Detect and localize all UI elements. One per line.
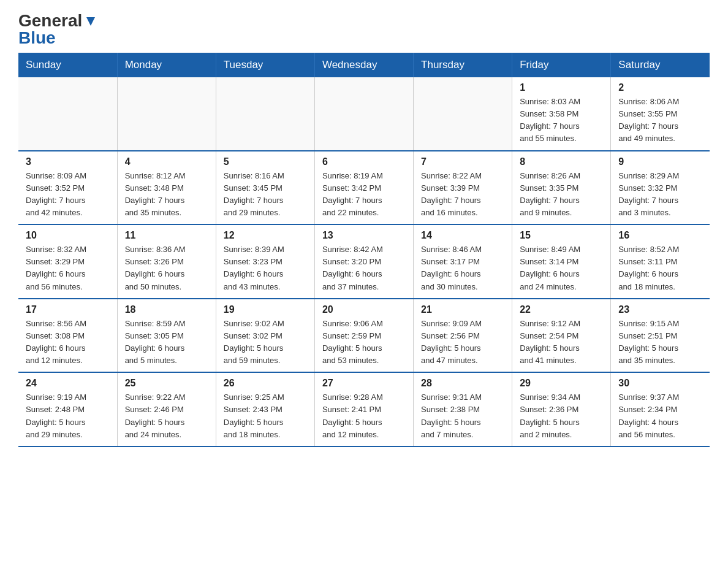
calendar-cell: 26Sunrise: 9:25 AMSunset: 2:43 PMDayligh… [216,372,314,446]
day-number: 19 [224,304,307,315]
logo: General Blue [18,12,97,47]
day-info: Sunrise: 8:06 AMSunset: 3:55 PMDaylight:… [618,96,702,145]
day-info: Sunrise: 9:31 AMSunset: 2:38 PMDaylight:… [421,391,504,441]
day-info: Sunrise: 8:12 AMSunset: 3:48 PMDaylight:… [125,170,208,220]
day-info: Sunrise: 9:28 AMSunset: 2:41 PMDaylight:… [322,391,406,441]
calendar-cell: 17Sunrise: 8:56 AMSunset: 3:08 PMDayligh… [18,299,117,373]
calendar-cell: 30Sunrise: 9:37 AMSunset: 2:34 PMDayligh… [611,372,710,446]
calendar-week-row-2: 10Sunrise: 8:32 AMSunset: 3:29 PMDayligh… [18,224,710,299]
calendar-cell: 23Sunrise: 9:15 AMSunset: 2:51 PMDayligh… [611,299,710,373]
calendar-cell: 20Sunrise: 9:06 AMSunset: 2:59 PMDayligh… [314,299,413,373]
day-number: 30 [618,378,702,389]
calendar-cell: 8Sunrise: 8:26 AMSunset: 3:35 PMDaylight… [512,151,611,225]
day-info: Sunrise: 8:59 AMSunset: 3:05 PMDaylight:… [125,318,208,367]
logo-arrow-icon [84,15,97,28]
day-number: 4 [125,156,208,167]
day-info: Sunrise: 9:12 AMSunset: 2:54 PMDaylight:… [520,318,603,367]
weekday-header-row: SundayMondayTuesdayWednesdayThursdayFrid… [18,53,710,77]
calendar-cell: 3Sunrise: 8:09 AMSunset: 3:52 PMDaylight… [18,151,117,225]
calendar-cell: 27Sunrise: 9:28 AMSunset: 2:41 PMDayligh… [314,372,413,446]
day-number: 28 [421,378,504,389]
day-number: 21 [421,304,504,315]
day-number: 5 [224,156,307,167]
calendar-cell: 18Sunrise: 8:59 AMSunset: 3:05 PMDayligh… [117,299,216,373]
weekday-header-tuesday: Tuesday [216,53,314,77]
day-info: Sunrise: 9:37 AMSunset: 2:34 PMDaylight:… [618,391,702,441]
day-number: 12 [224,230,307,241]
calendar-cell: 29Sunrise: 9:34 AMSunset: 2:36 PMDayligh… [512,372,611,446]
calendar-cell: 9Sunrise: 8:29 AMSunset: 3:32 PMDaylight… [611,151,710,225]
calendar-cell: 15Sunrise: 8:49 AMSunset: 3:14 PMDayligh… [512,224,611,299]
logo-general-text: General [18,12,82,29]
calendar-cell [414,77,512,151]
day-number: 18 [125,304,208,315]
day-number: 1 [520,82,603,93]
day-number: 11 [125,230,208,241]
day-number: 9 [618,156,702,167]
day-number: 6 [322,156,406,167]
calendar-cell: 16Sunrise: 8:52 AMSunset: 3:11 PMDayligh… [611,224,710,299]
day-number: 27 [322,378,406,389]
day-info: Sunrise: 8:22 AMSunset: 3:39 PMDaylight:… [421,170,504,220]
weekday-header-saturday: Saturday [611,53,710,77]
day-info: Sunrise: 8:03 AMSunset: 3:58 PMDaylight:… [520,96,603,145]
day-number: 14 [421,230,504,241]
day-number: 25 [125,378,208,389]
calendar-cell: 11Sunrise: 8:36 AMSunset: 3:26 PMDayligh… [117,224,216,299]
logo-blue-text: Blue [18,28,56,47]
calendar-cell: 13Sunrise: 8:42 AMSunset: 3:20 PMDayligh… [314,224,413,299]
day-info: Sunrise: 8:09 AMSunset: 3:52 PMDaylight:… [26,170,110,220]
day-info: Sunrise: 9:19 AMSunset: 2:48 PMDaylight:… [26,391,110,441]
calendar-cell [117,77,216,151]
day-info: Sunrise: 9:25 AMSunset: 2:43 PMDaylight:… [224,391,307,441]
day-info: Sunrise: 9:02 AMSunset: 3:02 PMDaylight:… [224,318,307,367]
day-info: Sunrise: 8:32 AMSunset: 3:29 PMDaylight:… [26,243,110,293]
day-info: Sunrise: 8:39 AMSunset: 3:23 PMDaylight:… [224,243,307,293]
day-info: Sunrise: 9:09 AMSunset: 2:56 PMDaylight:… [421,318,504,367]
calendar-cell: 6Sunrise: 8:19 AMSunset: 3:42 PMDaylight… [314,151,413,225]
calendar-body: 1Sunrise: 8:03 AMSunset: 3:58 PMDaylight… [18,77,710,446]
day-number: 16 [618,230,702,241]
calendar-cell: 19Sunrise: 9:02 AMSunset: 3:02 PMDayligh… [216,299,314,373]
day-info: Sunrise: 8:19 AMSunset: 3:42 PMDaylight:… [322,170,406,220]
calendar-cell: 1Sunrise: 8:03 AMSunset: 3:58 PMDaylight… [512,77,611,151]
calendar-cell: 12Sunrise: 8:39 AMSunset: 3:23 PMDayligh… [216,224,314,299]
day-number: 13 [322,230,406,241]
day-number: 10 [26,230,110,241]
calendar-header: SundayMondayTuesdayWednesdayThursdayFrid… [18,53,710,77]
day-number: 3 [26,156,110,167]
day-number: 29 [520,378,603,389]
day-number: 2 [618,82,702,93]
calendar-cell [216,77,314,151]
day-info: Sunrise: 8:56 AMSunset: 3:08 PMDaylight:… [26,318,110,367]
calendar-cell: 5Sunrise: 8:16 AMSunset: 3:45 PMDaylight… [216,151,314,225]
calendar-cell: 14Sunrise: 8:46 AMSunset: 3:17 PMDayligh… [414,224,512,299]
calendar-table: SundayMondayTuesdayWednesdayThursdayFrid… [18,53,710,447]
day-number: 20 [322,304,406,315]
calendar-cell: 24Sunrise: 9:19 AMSunset: 2:48 PMDayligh… [18,372,117,446]
weekday-header-monday: Monday [117,53,216,77]
day-info: Sunrise: 8:36 AMSunset: 3:26 PMDaylight:… [125,243,208,293]
weekday-header-wednesday: Wednesday [314,53,413,77]
page-header: General Blue [18,12,710,47]
day-info: Sunrise: 8:52 AMSunset: 3:11 PMDaylight:… [618,243,702,293]
calendar-cell: 7Sunrise: 8:22 AMSunset: 3:39 PMDaylight… [414,151,512,225]
calendar-cell: 21Sunrise: 9:09 AMSunset: 2:56 PMDayligh… [414,299,512,373]
day-number: 26 [224,378,307,389]
calendar-week-row-4: 24Sunrise: 9:19 AMSunset: 2:48 PMDayligh… [18,372,710,446]
day-number: 15 [520,230,603,241]
day-info: Sunrise: 9:15 AMSunset: 2:51 PMDaylight:… [618,318,702,367]
day-info: Sunrise: 8:49 AMSunset: 3:14 PMDaylight:… [520,243,603,293]
day-number: 24 [26,378,110,389]
calendar-cell: 25Sunrise: 9:22 AMSunset: 2:46 PMDayligh… [117,372,216,446]
calendar-week-row-1: 3Sunrise: 8:09 AMSunset: 3:52 PMDaylight… [18,151,710,225]
day-number: 22 [520,304,603,315]
day-info: Sunrise: 9:06 AMSunset: 2:59 PMDaylight:… [322,318,406,367]
calendar-cell: 28Sunrise: 9:31 AMSunset: 2:38 PMDayligh… [414,372,512,446]
calendar-week-row-0: 1Sunrise: 8:03 AMSunset: 3:58 PMDaylight… [18,77,710,151]
calendar-week-row-3: 17Sunrise: 8:56 AMSunset: 3:08 PMDayligh… [18,299,710,373]
day-info: Sunrise: 8:46 AMSunset: 3:17 PMDaylight:… [421,243,504,293]
calendar-cell: 22Sunrise: 9:12 AMSunset: 2:54 PMDayligh… [512,299,611,373]
day-info: Sunrise: 8:26 AMSunset: 3:35 PMDaylight:… [520,170,603,220]
calendar-cell: 10Sunrise: 8:32 AMSunset: 3:29 PMDayligh… [18,224,117,299]
